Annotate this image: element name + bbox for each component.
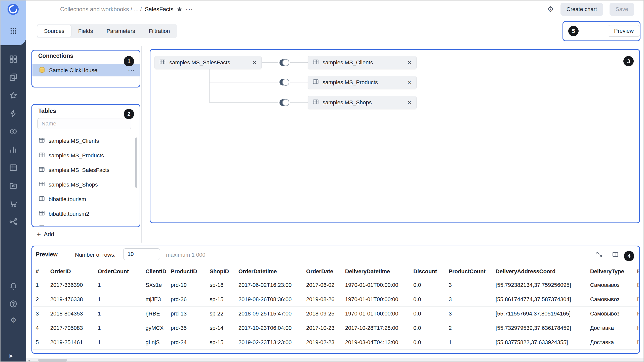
add-table-button[interactable]: + Add (37, 229, 54, 240)
folder-image-icon[interactable] (1, 181, 26, 190)
tab-parameters[interactable]: Parameters (100, 25, 142, 37)
source-table-chip[interactable]: samples.MS_SalesFacts ✕ (154, 56, 262, 69)
tab-filtration[interactable]: Filtration (142, 25, 177, 37)
cell: prd-24 (168, 335, 207, 349)
breadcrumb-prefix[interactable]: Collections and workbooks / ... / (60, 6, 142, 13)
table-list-item[interactable]: bibattle.tourism2 (32, 207, 134, 221)
connection-name: Sample ClickHouse (49, 67, 97, 74)
tab-sources[interactable]: Sources (37, 25, 71, 37)
join-type-icon[interactable] (278, 78, 290, 88)
question-icon[interactable] (1, 300, 26, 308)
bell-icon[interactable] (1, 282, 26, 290)
lightning-icon[interactable] (1, 109, 26, 118)
cell: prd-36 (168, 292, 207, 306)
rows-count-input[interactable] (123, 248, 160, 260)
tables-search-input[interactable] (37, 118, 131, 129)
cell: 1970-01-01T00:00:00 (342, 292, 410, 306)
sidebar-collapse-icon[interactable]: ▶ (10, 353, 13, 358)
expand-preview-icon[interactable] (596, 251, 603, 258)
callout-badge-3: 3 (623, 56, 634, 66)
table-icon (159, 59, 166, 67)
column-header: OrderID (47, 265, 95, 278)
join-type-icon[interactable] (278, 58, 290, 68)
column-header: # (33, 265, 47, 278)
toolbar-divider (26, 46, 644, 46)
join-connector-line (210, 102, 278, 103)
favorites-star-icon[interactable] (1, 91, 26, 100)
cell: 5 (33, 335, 47, 349)
callout-canvas (150, 49, 640, 223)
join-type-icon[interactable] (278, 98, 290, 108)
joined-table-chip[interactable]: samples.MS_Products ✕ (308, 76, 417, 89)
remove-table-icon[interactable]: ✕ (407, 59, 412, 66)
table-name: bibattle.tourism2 (49, 211, 89, 217)
connection-item-selected[interactable]: Sample ClickHouse ⋯ (32, 64, 140, 76)
remove-table-icon[interactable]: ✕ (252, 59, 257, 66)
cell: rjRBE (142, 306, 168, 321)
tables-scrollbar[interactable] (135, 138, 137, 188)
flow-branches-icon[interactable] (1, 217, 26, 226)
apps-grid-icon[interactable] (10, 27, 17, 36)
column-header: Payme (634, 265, 638, 278)
table-list-item[interactable]: bibattle.tourism (32, 192, 134, 207)
overflow-menu-icon[interactable]: ⋯ (186, 5, 194, 14)
editor-tabs: Sources Fields Parameters Filtration (37, 24, 177, 38)
joined-table-chip[interactable]: samples.MS_Clients ✕ (308, 56, 417, 69)
bar-chart-icon[interactable] (1, 145, 26, 154)
cell: 0.0 (410, 292, 446, 306)
table-list-item[interactable]: samples.MS_Products (32, 148, 134, 163)
cell: SXs1e (142, 278, 168, 292)
join-connector-line (262, 62, 278, 63)
callout-badge-1: 1 (124, 56, 134, 66)
table-name: samples.MS_Clients (49, 138, 99, 144)
table-icon (312, 78, 319, 86)
preview-toggle-button[interactable]: Preview (608, 25, 640, 37)
dataset-table-icon[interactable] (1, 163, 26, 172)
joined-table-name: samples.MS_Products (323, 79, 378, 86)
settings-gear-icon[interactable]: ⚙ (1, 317, 26, 324)
preview-title: Preview (36, 251, 58, 258)
rows-count-label: Number of rows: (75, 252, 115, 258)
table-list-item[interactable]: samples.MS_Shops (32, 177, 134, 192)
tables-title: Tables (38, 108, 56, 114)
cell: 1 (446, 335, 493, 349)
cell: 0.0 (410, 335, 446, 349)
callout-badge-5: 5 (568, 26, 579, 36)
scroll-left-arrow-icon[interactable]: ◂ (28, 358, 30, 362)
column-header: DeliveryType (587, 265, 634, 278)
horizontal-scrollbar-thumb[interactable] (38, 359, 67, 361)
connection-menu-icon[interactable]: ⋯ (128, 67, 135, 74)
column-header: Discount (410, 265, 446, 278)
linked-rings-icon[interactable] (1, 127, 26, 136)
joined-table-chip[interactable]: samples.MS_Shops ✕ (308, 96, 417, 109)
plus-icon: + (37, 231, 41, 238)
cell: sp-14 (207, 321, 235, 335)
split-view-icon[interactable] (612, 251, 619, 258)
favorite-star-icon[interactable]: ★ (176, 5, 182, 13)
datalens-logo-icon[interactable] (7, 4, 19, 16)
table-list-item[interactable]: samples.MS_SalesFacts (32, 163, 134, 177)
table-list-item[interactable]: bibattle.touris (32, 221, 134, 226)
cell: sp-15 (207, 335, 235, 349)
horizontal-scrollbar[interactable] (26, 358, 644, 362)
cell: [55.861744774,37.587374304] (493, 292, 587, 306)
widgets-grid-icon[interactable] (1, 55, 26, 63)
table-name: samples.MS_SalesFacts (49, 167, 109, 173)
cell: Доставка (587, 335, 634, 349)
preview-row: 32018-8043531rjRBEprd-13sp-222018-09-25T… (33, 306, 638, 321)
table-icon (38, 195, 45, 203)
remove-table-icon[interactable]: ✕ (407, 99, 412, 106)
remove-table-icon[interactable]: ✕ (407, 79, 412, 86)
save-button[interactable]: Save (610, 3, 634, 16)
settings-gear-icon[interactable]: ⚙ (547, 6, 554, 13)
join-connector-line (290, 102, 308, 103)
tab-fields[interactable]: Fields (71, 25, 100, 37)
cell: Доставка (587, 321, 634, 335)
cell: 1 (95, 306, 143, 321)
cell: 2018-09-25T15:47:00 (235, 306, 303, 321)
cart-icon[interactable] (1, 199, 26, 208)
create-chart-button[interactable]: Create chart (560, 3, 603, 16)
collections-layers-icon[interactable] (1, 73, 26, 81)
cell: 3 (33, 306, 47, 321)
table-list-item[interactable]: samples.MS_Clients (32, 134, 134, 148)
